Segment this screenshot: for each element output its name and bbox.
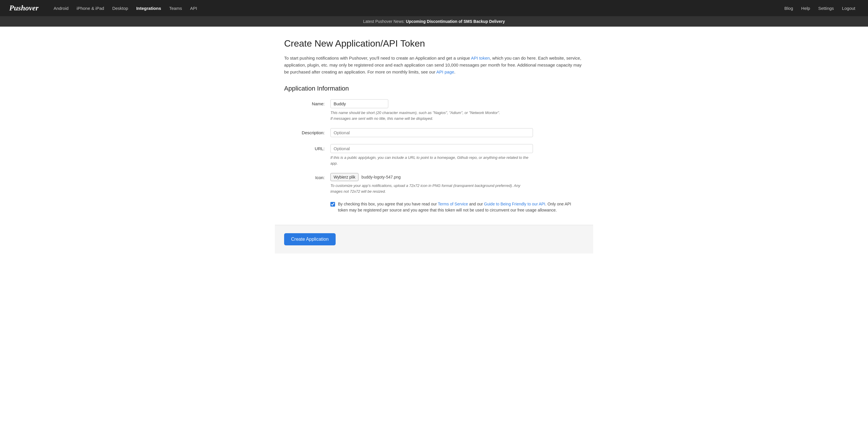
icon-hint: To customize your app's notifications, u… [331,183,533,194]
icon-label: Icon: [284,173,331,180]
icon-filename: buddy-logoty-547.png [361,175,400,179]
api-page-link[interactable]: API page [436,69,454,74]
name-input[interactable] [331,99,388,108]
nav-api[interactable]: API [187,4,200,12]
checkbox-text-2: and our [468,202,484,206]
news-text: Upcoming Discontinuation of SMS Backup D… [406,19,505,24]
nav-links-right: Blog Help Settings Logout [781,4,859,12]
icon-field-group: Icon: Wybierz plik buddy-logoty-547.png … [284,173,584,194]
nav-blog[interactable]: Blog [781,4,797,12]
tos-label: By checking this box, you agree that you… [338,201,579,213]
section-title: Application Information [284,85,584,92]
icon-row: Wybierz plik buddy-logoty-547.png [331,173,533,181]
tos-link[interactable]: Terms of Service [438,202,468,206]
news-prefix: Latest Pushover News: [363,19,406,24]
checkbox-text-1: By checking this box, you agree that you… [338,202,438,206]
tos-checkbox-row: By checking this box, you agree that you… [331,201,579,213]
name-field-group: Name: This name should be short (20 char… [284,99,584,121]
choose-file-button[interactable]: Wybierz plik [331,173,359,181]
intro-text-3: . [454,69,456,74]
nav-teams[interactable]: Teams [166,4,185,12]
nav-desktop[interactable]: Desktop [109,4,132,12]
url-field-container: If this is a public app/plugin, you can … [331,144,533,166]
nav-iphone[interactable]: iPhone & iPad [73,4,107,12]
name-label: Name: [284,99,331,106]
nav-logout[interactable]: Logout [838,4,859,12]
description-field-group: Description: [284,128,584,137]
description-input[interactable] [331,128,533,137]
submit-area: Create Application [275,225,593,253]
nav-integrations[interactable]: Integrations [133,4,165,12]
nav-help[interactable]: Help [798,4,814,12]
api-token-link[interactable]: API token [471,56,490,60]
name-hint: This name should be short (20 character … [331,110,533,121]
main-nav: Pushover Android iPhone & iPad Desktop I… [0,0,868,16]
url-label: URL: [284,144,331,151]
page-title: Create New Application/API Token [284,38,584,49]
site-logo: Pushover [9,4,38,12]
url-input[interactable] [331,144,533,153]
url-field-group: URL: If this is a public app/plugin, you… [284,144,584,166]
news-banner: Latest Pushover News: Upcoming Discontin… [0,16,868,27]
intro-paragraph: To start pushing notifications with Push… [284,55,584,75]
url-hint: If this is a public app/plugin, you can … [331,155,533,166]
intro-text-1: To start pushing notifications with Push… [284,56,471,60]
main-content: Create New Application/API Token To star… [275,27,593,253]
nav-android[interactable]: Android [50,4,72,12]
description-field-container [331,128,533,137]
nav-links-left: Android iPhone & iPad Desktop Integratio… [50,4,781,12]
nav-settings[interactable]: Settings [815,4,837,12]
icon-field-container: Wybierz plik buddy-logoty-547.png To cus… [331,173,533,194]
description-label: Description: [284,128,331,135]
tos-checkbox[interactable] [331,202,335,207]
name-field-container: This name should be short (20 character … [331,99,533,121]
create-application-button[interactable]: Create Application [284,233,336,245]
guide-link[interactable]: Guide to Being Friendly to our API [484,202,546,206]
